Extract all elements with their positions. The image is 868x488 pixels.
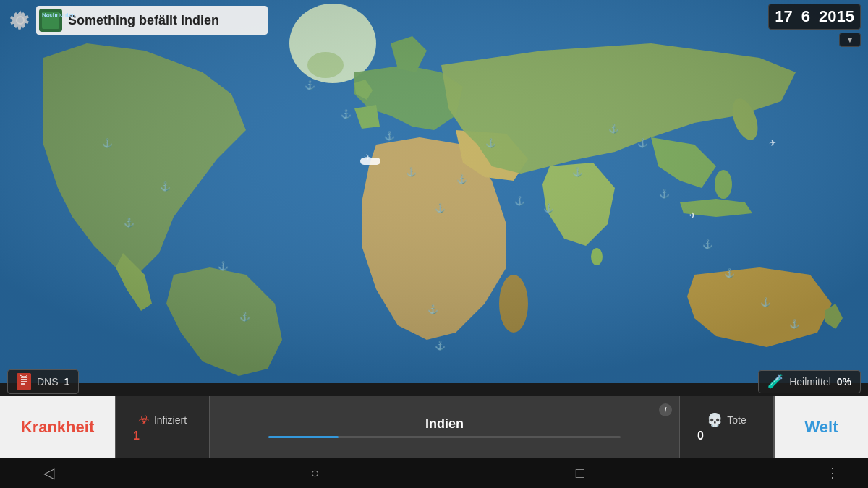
skull-icon: 💀: [707, 412, 723, 428]
tote-value: 0: [694, 429, 704, 442]
date-year: 2015: [819, 7, 854, 26]
dns-label: DNS: [37, 376, 59, 388]
svg-text:⚓: ⚓: [427, 304, 438, 314]
svg-text:⚓: ⚓: [406, 166, 417, 177]
bottom-hud: Krankheit ☣ Infiziert 1 Indien i 💀 Tote …: [0, 396, 868, 458]
svg-text:✈: ✈: [769, 138, 776, 148]
svg-rect-35: [360, 158, 380, 165]
svg-rect-7: [0, 0, 868, 383]
country-progress-bar: [268, 436, 621, 438]
svg-text:⚓: ⚓: [218, 260, 229, 271]
krankheit-button[interactable]: Krankheit: [0, 396, 116, 458]
svg-text:⚓: ⚓: [239, 311, 250, 322]
svg-text:⚓: ⚓: [724, 267, 735, 278]
notification-text: Something befällt Indien: [68, 13, 219, 28]
svg-text:⚓: ⚓: [608, 123, 619, 134]
tote-label: Tote: [727, 414, 746, 426]
android-nav-bar: ◁ ○ □ ⋮: [0, 458, 868, 488]
svg-text:✈: ✈: [689, 210, 697, 221]
date-dropdown[interactable]: ▼: [839, 33, 861, 47]
infiziert-section: ☣ Infiziert 1: [116, 396, 210, 458]
welt-button[interactable]: Welt: [774, 396, 868, 458]
map-area[interactable]: ⚓ ⚓ ⚓ ⚓ ⚓ ⚓ ⚓ ⚓ ⚓ ⚓ ⚓ ⚓ ⚓ ⚓ ⚓ ⚓ ⚓ ⚓ ⚓ ⚓ …: [0, 0, 868, 383]
svg-text:⚓: ⚓: [124, 217, 135, 228]
biohazard-icon: ☣: [138, 412, 150, 428]
svg-text:⚓: ⚓: [160, 181, 171, 192]
dns-icon: [17, 373, 31, 390]
country-progress-fill: [268, 436, 339, 438]
heilmittel-pct: 0%: [837, 376, 851, 388]
settings-button[interactable]: [9, 9, 32, 32]
date-day: 17: [775, 7, 792, 26]
nachrichten-icon: Nachrichten: [42, 12, 59, 29]
svg-text:⚓: ⚓: [485, 137, 496, 148]
home-button[interactable]: ○: [296, 462, 333, 484]
svg-text:⚓: ⚓: [572, 166, 583, 177]
svg-text:⚓: ⚓: [435, 340, 446, 351]
notification-bar[interactable]: Nachrichten Something befällt Indien: [36, 6, 268, 35]
welt-label: Welt: [804, 418, 838, 437]
notification-icon: Nachrichten: [39, 9, 62, 32]
infiziert-label: Infiziert: [154, 414, 187, 426]
recent-button[interactable]: □: [561, 462, 599, 484]
flask-icon: 🧪: [767, 374, 783, 390]
svg-text:⚓: ⚓: [305, 80, 315, 90]
svg-text:⚓: ⚓: [659, 188, 670, 199]
svg-text:⚓: ⚓: [637, 137, 648, 148]
country-section[interactable]: Indien i: [210, 396, 680, 458]
tote-section: 💀 Tote 0: [680, 396, 774, 458]
svg-text:⚓: ⚓: [789, 318, 800, 329]
svg-text:⚓: ⚓: [456, 174, 467, 184]
heilmittel-panel: 🧪 Heilmittel 0%: [758, 370, 861, 393]
date-month: 6: [801, 7, 810, 26]
country-name: Indien: [425, 416, 464, 432]
stats-bar: DNS 1 🧪 Heilmittel 0%: [0, 367, 868, 396]
dropdown-arrow: ▼: [846, 35, 854, 45]
svg-text:⚓: ⚓: [543, 202, 554, 213]
svg-text:⚓: ⚓: [702, 239, 713, 249]
svg-text:⚓: ⚓: [384, 130, 395, 141]
heilmittel-label: Heilmittel: [789, 376, 831, 388]
svg-text:⚓: ⚓: [102, 137, 113, 148]
back-button[interactable]: ◁: [29, 461, 69, 484]
dns-panel: DNS 1: [7, 369, 79, 394]
svg-text:⚓: ⚓: [341, 108, 352, 119]
info-button[interactable]: i: [659, 403, 672, 416]
krankheit-label: Krankheit: [21, 418, 94, 437]
nachrichten-label: Nachrichten: [42, 12, 59, 18]
svg-text:⚓: ⚓: [514, 195, 525, 206]
svg-text:⚓: ⚓: [760, 296, 771, 307]
game-container: ⚓ ⚓ ⚓ ⚓ ⚓ ⚓ ⚓ ⚓ ⚓ ⚓ ⚓ ⚓ ⚓ ⚓ ⚓ ⚓ ⚓ ⚓ ⚓ ⚓ …: [0, 0, 868, 488]
dns-count: 1: [64, 376, 70, 388]
nav-dots[interactable]: ⋮: [826, 465, 839, 481]
infiziert-value: 1: [130, 429, 140, 442]
svg-text:⚓: ⚓: [435, 202, 446, 213]
date-display: 17 6 2015: [768, 4, 861, 30]
